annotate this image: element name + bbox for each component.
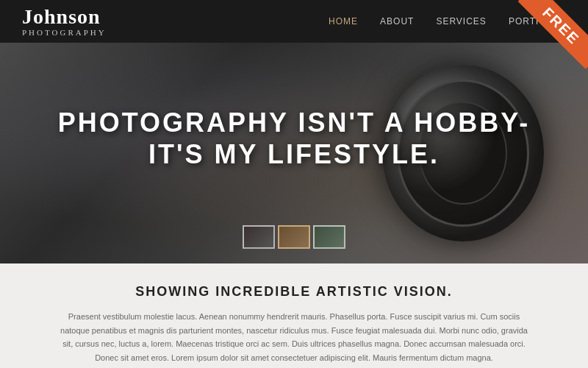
thumb-1[interactable] (243, 225, 275, 249)
artistic-section: SHOWING INCREDIBLE ARTISTIC VISION. Prae… (0, 263, 588, 368)
header: Johnson Photography HOME ABOUT SERVICES … (0, 0, 588, 43)
hero-text: PHOTOGRAPHY ISN'T A HOBBY- IT'S MY LIFES… (58, 107, 531, 199)
hero-title-line2: IT'S MY LIFESTYLE. (58, 138, 531, 170)
thumb-2[interactable] (278, 225, 310, 249)
logo-sub: Photography (22, 29, 107, 37)
free-ribbon-label: FREE (518, 0, 588, 69)
thumb-3[interactable] (313, 225, 345, 249)
nav-about[interactable]: ABOUT (380, 16, 414, 26)
thumbnail-strip (243, 225, 345, 249)
hero-title-line1: PHOTOGRAPHY ISN'T A HOBBY- (58, 107, 531, 138)
nav-services[interactable]: SERVICES (436, 16, 486, 26)
hero-title: PHOTOGRAPHY ISN'T A HOBBY- IT'S MY LIFES… (58, 107, 531, 170)
logo-main: Johnson (22, 7, 101, 27)
section-title: SHOWING INCREDIBLE ARTISTIC VISION. (59, 284, 529, 300)
nav-home[interactable]: HOME (329, 16, 358, 26)
logo: Johnson Photography (22, 7, 107, 37)
free-ribbon: FREE (514, 0, 588, 74)
section-body: Praesent vestibulum molestie lacus. Aene… (59, 310, 529, 365)
hero-section: PHOTOGRAPHY ISN'T A HOBBY- IT'S MY LIFES… (0, 43, 588, 263)
